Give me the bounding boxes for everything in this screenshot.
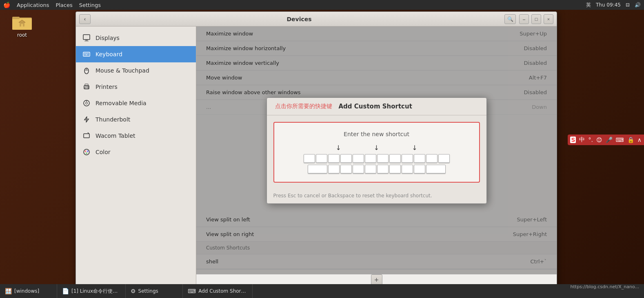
svg-rect-28 [84, 134, 89, 138]
key [365, 154, 376, 163]
back-button[interactable]: ‹ [79, 14, 91, 24]
taskbar-settings-label: Settings [138, 288, 158, 294]
svg-point-23 [88, 86, 89, 87]
menubar-right: 英 Thu 09:45 ⊟ 🔊 [586, 2, 641, 9]
displays-icon [82, 34, 91, 42]
sidebar-item-keyboard[interactable]: Keyboard [76, 46, 196, 62]
sidebar-item-printers[interactable]: Printers [76, 79, 196, 95]
tray-lang-icon[interactable]: 中 [579, 136, 585, 143]
dialog-hint: Press Esc to cancel or Backspace to rese… [273, 193, 432, 199]
lang-indicator: 英 [586, 2, 591, 9]
mouse-icon [82, 66, 91, 75]
key-arrows: ↓ ↓ ↓ [335, 144, 417, 152]
tray-bar: S 中 °. 😊 🎤 ⌨ 🔒 ∧ [568, 135, 644, 145]
svg-rect-8 [84, 41, 89, 42]
key [353, 154, 364, 163]
close-button[interactable]: × [544, 14, 553, 24]
key-row-2 [308, 165, 446, 174]
dialog-title: Add Custom Shortcut [339, 103, 412, 110]
svg-rect-15 [85, 55, 87, 55]
taskbar: 🪟 [windows] 📄 [1] Linux命令行使用技巧.pdf ⚙ Set… [0, 284, 644, 298]
key [340, 165, 352, 174]
color-icon [82, 148, 91, 156]
svg-rect-11 [85, 53, 86, 54]
sidebar-item-color[interactable]: Color [76, 144, 196, 160]
tray-degree-icon[interactable]: °. [588, 137, 593, 143]
sidebar-item-displays[interactable]: Displays [76, 30, 196, 46]
desktop: 🍎 Applications Places Settings 英 Thu 09:… [0, 0, 644, 298]
sidebar: Displays Keyboard Mouse & Touchpad [76, 26, 196, 288]
keyboard-icon [82, 50, 91, 58]
search-button[interactable]: 🔍 [504, 14, 516, 24]
key [328, 165, 340, 174]
printers-icon [82, 83, 91, 91]
sidebar-item-thunderbolt[interactable]: Thunderbolt [76, 111, 196, 128]
window-titlebar: ‹ Devices 🔍 – □ × [76, 12, 557, 26]
key [402, 165, 413, 174]
svg-rect-13 [88, 53, 89, 54]
tray-s-icon[interactable]: S [570, 137, 576, 143]
menu-applications[interactable]: Applications [17, 2, 49, 8]
key [377, 154, 389, 163]
desktop-root-icon[interactable]: root [12, 14, 32, 38]
taskbar-windows-icon: 🪟 [5, 288, 12, 294]
wacom-label: Wacom Tablet [95, 132, 135, 139]
key [414, 165, 425, 174]
svg-rect-5 [21, 24, 23, 26]
key [304, 154, 315, 163]
key [340, 154, 352, 163]
printers-label: Printers [95, 84, 118, 90]
thunderbolt-label: Thunderbolt [95, 116, 130, 123]
mouse-label: Mouse & Touchpad [95, 67, 149, 74]
key [308, 165, 327, 174]
displays-label: Displays [95, 35, 120, 41]
removable-label: Removable Media [95, 100, 147, 106]
taskbar-shortcut-label: Add Custom Shortcut [198, 288, 247, 294]
key [426, 165, 446, 174]
main-content: Maximize window Super+Up Maximize window… [196, 26, 557, 288]
settings-window: ‹ Devices 🔍 – □ × Displays [76, 11, 557, 289]
capture-instruction: Enter the new shortcut [344, 131, 409, 137]
keyboard-capture-area[interactable]: Enter the new shortcut ↓ ↓ ↓ [273, 122, 480, 183]
taskbar-add-shortcut[interactable]: ⌨ Add Custom Shortcut [183, 284, 253, 298]
restore-button[interactable]: □ [531, 14, 541, 24]
key [389, 165, 401, 174]
tray-emoji-icon[interactable]: 😊 [596, 137, 602, 143]
key [402, 154, 413, 163]
sidebar-item-wacom[interactable]: Wacom Tablet [76, 128, 196, 144]
svg-point-31 [84, 150, 86, 152]
taskbar-settings-icon: ⚙ [131, 288, 136, 294]
key [414, 154, 425, 163]
taskbar-shortcut-icon: ⌨ [188, 288, 196, 294]
key [377, 165, 389, 174]
minimize-button[interactable]: – [519, 14, 529, 24]
svg-point-32 [87, 150, 89, 152]
removable-icon [82, 99, 91, 107]
tray-mic-icon[interactable]: 🎤 [606, 137, 613, 143]
taskbar-windows[interactable]: 🪟 [windows] [0, 284, 57, 298]
wacom-icon [82, 132, 91, 140]
taskbar-url: https://blog.csdn.net/X_nano... [566, 284, 644, 298]
arrow-3: ↓ [412, 144, 417, 152]
key [328, 154, 340, 163]
svg-rect-12 [87, 53, 87, 54]
dialog-footer: Press Esc to cancel or Backspace to rese… [267, 189, 486, 203]
tray-keyboard-icon[interactable]: ⌨ [616, 137, 624, 143]
sidebar-item-mouse[interactable]: Mouse & Touchpad [76, 62, 196, 79]
menu-places[interactable]: Places [56, 2, 72, 8]
sidebar-item-removable[interactable]: Removable Media [76, 95, 196, 111]
taskbar-pdf[interactable]: 📄 [1] Linux命令行使用技巧.pdf [57, 284, 126, 298]
taskbar-pdf-icon: 📄 [62, 288, 69, 294]
taskbar-settings[interactable]: ⚙ Settings [126, 284, 183, 298]
apple-icon[interactable]: 🍎 [3, 2, 10, 8]
network-icon[interactable]: ⊟ [626, 2, 630, 8]
desktop-icon-label: root [17, 32, 27, 38]
tray-up-icon[interactable]: ∧ [637, 137, 642, 143]
tray-lock-icon[interactable]: 🔒 [627, 137, 634, 143]
window-controls: – □ × [519, 14, 553, 24]
menu-settings[interactable]: Settings [79, 2, 101, 8]
taskbar-pdf-label: [1] Linux命令行使用技巧.pdf [71, 288, 120, 295]
taskbar-windows-label: [windows] [14, 288, 39, 294]
volume-icon[interactable]: 🔊 [635, 2, 641, 8]
key [365, 165, 376, 174]
